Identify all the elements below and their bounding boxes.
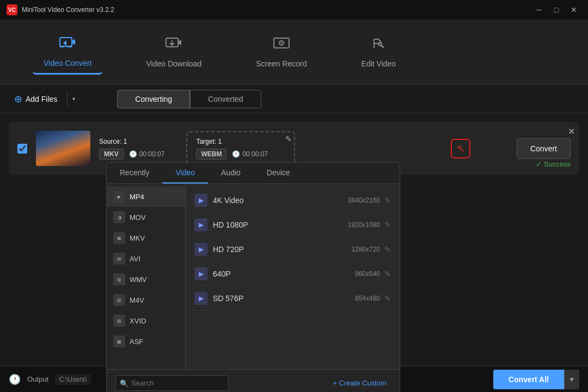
hd1080-name: HD 1080P	[213, 220, 348, 229]
mp4-label: MP4	[130, 193, 144, 201]
hd1080-resolution: 1920x1080	[348, 221, 380, 229]
sd576-name: SD 576P	[213, 294, 355, 303]
convert-all-group: Convert All ▾	[493, 370, 579, 389]
hd720-name: HD 720P	[213, 245, 351, 254]
video-convert-icon	[59, 35, 76, 54]
close-button[interactable]: ✕	[566, 3, 581, 16]
source-format-badge: MKV	[99, 149, 124, 160]
format-list-item-hd1080[interactable]: ▶ HD 1080P 1920x1080 ✎	[186, 213, 400, 237]
hd720-resolution: 1280x720	[351, 246, 380, 253]
sd576-resolution: 854x480	[355, 295, 380, 302]
source-label: Source: 1	[99, 138, 164, 145]
thumbnail-image	[36, 131, 90, 166]
source-info: Source: 1 MKV 🕐 00:00:07	[99, 138, 164, 160]
format-list-item-hd720[interactable]: ▶ HD 720P 1280x720 ✎	[186, 237, 400, 262]
fp-tab-recently[interactable]: Recently	[107, 163, 162, 183]
fp-tab-video[interactable]: Video	[162, 163, 208, 183]
maximize-button[interactable]: □	[549, 3, 564, 16]
app-logo: VC	[7, 4, 17, 15]
wmv-icon: ▥	[113, 273, 125, 285]
source-duration: 🕐 00:00:07	[129, 150, 165, 158]
target-picker-arrow[interactable]: ↖	[451, 139, 470, 158]
target-duration: 🕐 00:00:07	[232, 150, 268, 158]
format-list: ▶ 4K Video 3840x2160 ✎ ▶ HD 1080P 1920x1…	[186, 184, 400, 369]
format-sidebar: ▶ MP4 ◑ MOV ▦ MKV ▤ AVI ▥ WMV	[107, 184, 186, 369]
fp-tab-device[interactable]: Device	[254, 163, 303, 183]
640p-icon: ▶	[194, 267, 207, 280]
640p-resolution: 960x640	[355, 270, 380, 278]
xvid-label: XVID	[130, 317, 146, 325]
format-item-mov[interactable]: ◑ MOV	[107, 207, 185, 228]
output-icon: 🕐	[9, 373, 21, 385]
format-list-item-640p[interactable]: ▶ 640P 960x640 ✎	[186, 262, 400, 286]
4k-resolution: 3840x2160	[348, 197, 380, 204]
format-item-asf[interactable]: ▩ ASF	[107, 331, 185, 352]
format-item-avi[interactable]: ▤ AVI	[107, 248, 185, 269]
top-nav: Video Convert Video Download Screen Reco…	[0, 20, 588, 85]
file-thumbnail	[36, 131, 90, 166]
nav-edit-video[interactable]: Edit Video	[351, 30, 407, 74]
search-wrap: 🔍	[115, 375, 324, 391]
format-item-mp4[interactable]: ▶ MP4	[107, 186, 185, 207]
check-icon: ✓	[536, 160, 542, 168]
mkv-icon: ▦	[113, 232, 125, 244]
nav-video-download-label: Video Download	[146, 59, 201, 68]
format-item-m4v[interactable]: ▧ M4V	[107, 290, 185, 310]
add-files-button[interactable]: ⊕ Add Files	[9, 90, 63, 108]
card-close-button[interactable]: ✕	[568, 126, 575, 137]
minimize-button[interactable]: ─	[531, 3, 547, 16]
target-edit-button[interactable]: ✎	[285, 134, 292, 143]
file-info: Source: 1 MKV 🕐 00:00:07 ✎ Target: 1 WEB…	[99, 131, 508, 166]
add-files-dropdown[interactable]: ▾	[67, 91, 80, 107]
mov-label: MOV	[130, 213, 146, 222]
nav-video-convert[interactable]: Video Convert	[33, 30, 102, 75]
convert-button[interactable]: Convert	[517, 138, 571, 159]
format-list-item-sd576[interactable]: ▶ SD 576P 854x480 ✎	[186, 286, 400, 311]
mov-icon: ◑	[113, 211, 125, 223]
mkv-label: MKV	[130, 234, 145, 242]
target-label: Target: 1	[196, 138, 285, 145]
convert-all-dropdown[interactable]: ▾	[564, 370, 579, 389]
success-status: ✓ Success	[536, 160, 571, 168]
title-bar: VC MiniTool Video Converter v3.2.2 ─ □ ✕	[0, 0, 588, 20]
tab-converting[interactable]: Converting	[117, 90, 190, 108]
hd1080-icon: ▶	[194, 218, 207, 231]
target-box: ✎ Target: 1 WEBM 🕐 00:00:07	[186, 131, 295, 166]
4k-name: 4K Video	[213, 196, 348, 205]
add-files-icon: ⊕	[14, 93, 22, 105]
640p-name: 640P	[213, 270, 355, 278]
format-item-mkv[interactable]: ▦ MKV	[107, 228, 185, 248]
sd576-edit-icon[interactable]: ✎	[384, 294, 391, 303]
output-path: C:\Users\	[55, 374, 91, 385]
format-picker-footer: 🔍 + Create Custom	[107, 369, 400, 392]
format-item-wmv[interactable]: ▥ WMV	[107, 269, 185, 290]
format-list-item-4k[interactable]: ▶ 4K Video 3840x2160 ✎	[186, 188, 400, 213]
asf-icon: ▩	[113, 335, 125, 347]
sd576-icon: ▶	[194, 292, 207, 305]
wmv-label: WMV	[130, 275, 147, 284]
hd720-edit-icon[interactable]: ✎	[384, 245, 391, 254]
tab-group: Converting Converted	[117, 90, 261, 108]
window-controls: ─ □ ✕	[531, 3, 581, 16]
m4v-label: M4V	[130, 296, 144, 304]
format-item-xvid[interactable]: ▨ XVID	[107, 310, 185, 331]
main-content: Source: 1 MKV 🕐 00:00:07 ✎ Target: 1 WEB…	[0, 113, 588, 366]
file-checkbox[interactable]	[17, 144, 27, 154]
video-download-icon	[165, 36, 182, 55]
format-picker: Recently Video Audio Device ▶ MP4 ◑ MOV …	[106, 162, 400, 392]
search-input[interactable]	[115, 375, 229, 391]
tab-converted[interactable]: Converted	[190, 90, 261, 108]
mp4-icon: ▶	[113, 191, 125, 203]
nav-screen-record[interactable]: Screen Record	[245, 30, 317, 74]
fp-tab-audio[interactable]: Audio	[208, 163, 254, 183]
svg-point-4	[280, 42, 282, 44]
4k-edit-icon[interactable]: ✎	[384, 196, 391, 205]
hd720-icon: ▶	[194, 243, 207, 256]
create-custom-button[interactable]: + Create Custom	[328, 377, 391, 389]
nav-video-download[interactable]: Video Download	[135, 30, 212, 74]
convert-all-button[interactable]: Convert All	[493, 370, 564, 389]
avi-icon: ▤	[113, 253, 125, 265]
hd1080-edit-icon[interactable]: ✎	[384, 220, 391, 229]
640p-edit-icon[interactable]: ✎	[384, 270, 391, 278]
source-format-row: MKV 🕐 00:00:07	[99, 149, 164, 160]
